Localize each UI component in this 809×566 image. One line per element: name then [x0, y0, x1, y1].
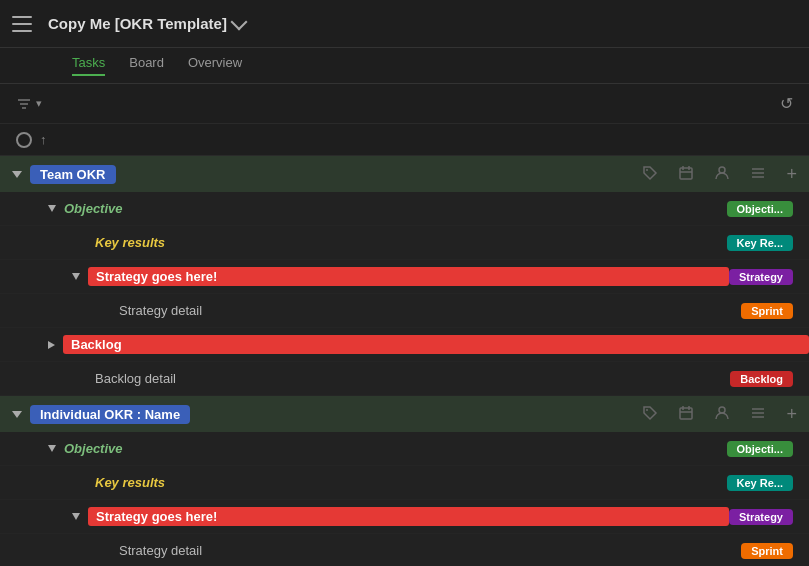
expand-triangle[interactable] [48, 341, 55, 349]
collapse-triangle[interactable] [72, 513, 80, 520]
sort-icon: ↑ [40, 132, 47, 147]
svg-rect-13 [680, 408, 692, 419]
item-label[interactable]: Backlog [63, 335, 809, 354]
menu-icon[interactable] [12, 16, 32, 32]
filter-icon [16, 96, 32, 112]
collapse-triangle[interactable] [48, 205, 56, 212]
item-label[interactable]: Objective [64, 441, 727, 456]
list-item-strategy-1: Strategy goes here! Strategy [0, 260, 809, 294]
status-circle-icon [16, 132, 32, 148]
person-icon[interactable] [714, 405, 730, 424]
status-badge: Key Re... [727, 475, 793, 491]
list-item-strategy-2: Strategy goes here! Strategy [0, 500, 809, 534]
group-actions-individual-okr: + [642, 404, 797, 425]
group-header-individual-okr: Individual OKR : Name [0, 396, 809, 432]
status-badge: Strategy [729, 509, 793, 525]
list-item-strategy-detail-1: Strategy detail Sprint [0, 294, 809, 328]
item-label[interactable]: Strategy goes here! [88, 267, 729, 286]
status-badge: Sprint [741, 303, 793, 319]
group-actions-team-okr: + [642, 164, 797, 185]
svg-rect-4 [680, 168, 692, 179]
group-triangle-team-okr[interactable] [12, 171, 22, 178]
expand-bar: ↑ [0, 124, 809, 156]
toolbar: ▾ ↺ [0, 84, 809, 124]
item-label[interactable]: Backlog detail [95, 371, 730, 386]
tab-tasks[interactable]: Tasks [72, 55, 105, 76]
project-title: Copy Me [OKR Template] [48, 15, 245, 32]
undo-button[interactable]: ↺ [780, 94, 793, 113]
list-item-backlog-detail-1: Backlog detail Backlog [0, 362, 809, 396]
status-badge: Key Re... [727, 235, 793, 251]
svg-point-12 [646, 409, 648, 411]
svg-point-8 [719, 167, 725, 173]
item-label[interactable]: Key results [95, 475, 727, 490]
top-bar: Copy Me [OKR Template] [0, 0, 809, 48]
list-item-objective-1: Objective Objecti... [0, 192, 809, 226]
group-label-team-okr: Team OKR [30, 165, 116, 184]
main-content: Team OKR [0, 156, 809, 566]
group-header-team-okr: Team OKR [0, 156, 809, 192]
columns-icon[interactable] [750, 165, 766, 184]
filter-button[interactable]: ▾ [16, 96, 42, 112]
filter-chevron: ▾ [36, 97, 42, 110]
person-icon[interactable] [714, 165, 730, 184]
toolbar-left: ▾ [16, 96, 42, 112]
add-icon[interactable]: + [786, 404, 797, 425]
status-badge: Backlog [730, 371, 793, 387]
collapse-triangle[interactable] [72, 273, 80, 280]
project-title-text: Copy Me [OKR Template] [48, 15, 227, 32]
columns-icon[interactable] [750, 405, 766, 424]
tab-board[interactable]: Board [129, 55, 164, 76]
svg-point-17 [719, 407, 725, 413]
svg-point-3 [646, 169, 648, 171]
project-dropdown-chevron[interactable] [230, 13, 247, 30]
calendar-icon[interactable] [678, 165, 694, 184]
list-item-strategy-detail-2: Strategy detail Sprint [0, 534, 809, 566]
list-item-key-results-1: Key results Key Re... [0, 226, 809, 260]
item-label[interactable]: Strategy detail [119, 303, 741, 318]
status-badge: Strategy [729, 269, 793, 285]
status-badge: Objecti... [727, 441, 793, 457]
add-icon[interactable]: + [786, 164, 797, 185]
list-item-key-results-2: Key results Key Re... [0, 466, 809, 500]
list-item-objective-2: Objective Objecti... [0, 432, 809, 466]
item-label[interactable]: Key results [95, 235, 727, 250]
group-label-individual-okr: Individual OKR : Name [30, 405, 190, 424]
tabs-bar: Tasks Board Overview [0, 48, 809, 84]
status-badge: Objecti... [727, 201, 793, 217]
item-label[interactable]: Strategy detail [119, 543, 741, 558]
tag-icon[interactable] [642, 165, 658, 184]
collapse-triangle[interactable] [48, 445, 56, 452]
tab-overview[interactable]: Overview [188, 55, 242, 76]
tag-icon[interactable] [642, 405, 658, 424]
status-badge: Sprint [741, 543, 793, 559]
item-label[interactable]: Objective [64, 201, 727, 216]
item-label[interactable]: Strategy goes here! [88, 507, 729, 526]
group-triangle-individual-okr[interactable] [12, 411, 22, 418]
calendar-icon[interactable] [678, 405, 694, 424]
list-item-backlog-1: Backlog [0, 328, 809, 362]
